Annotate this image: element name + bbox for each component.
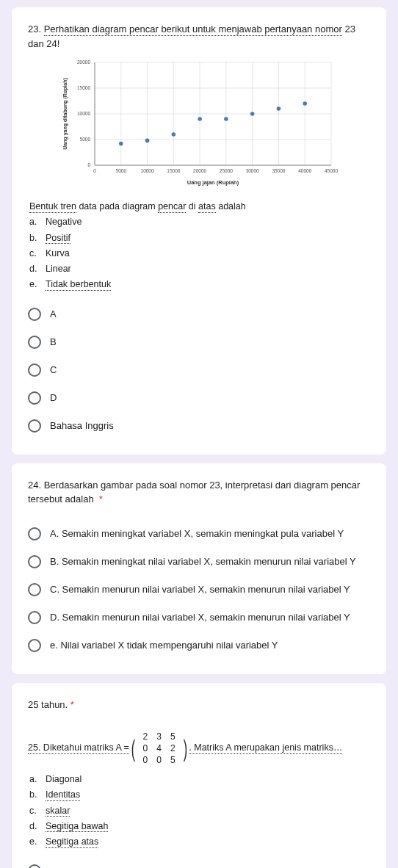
q23-title-dotted: Perhatikan diagram pencar berikut untuk …: [44, 23, 342, 36]
svg-point-37: [250, 112, 255, 116]
answer-item: e.Segitiga atas: [29, 834, 370, 850]
radio-label: C: [50, 364, 57, 375]
svg-point-36: [224, 117, 228, 121]
svg-text:15000: 15000: [77, 85, 90, 90]
radio-icon: [28, 527, 41, 540]
svg-text:45000: 45000: [325, 168, 338, 173]
radio-label: Bahasa Inggris: [50, 420, 114, 431]
svg-text:5000: 5000: [80, 137, 91, 142]
svg-text:35000: 35000: [272, 168, 285, 173]
radio-icon: [28, 336, 41, 349]
radio-option[interactable]: Bahasa Inggris: [28, 412, 370, 440]
answer-item: d.Linear: [29, 261, 370, 277]
radio-icon: [28, 639, 41, 652]
svg-text:20000: 20000: [193, 168, 206, 173]
radio-option[interactable]: A. Semakin meningkat variabel X, semakin…: [28, 520, 370, 548]
radio-option[interactable]: D: [28, 384, 370, 412]
answer-item: c.Kurva: [29, 246, 370, 261]
radio-label: D: [50, 392, 57, 403]
radio-option[interactable]: B. Semakin meningkat nilai variabel X, s…: [28, 548, 370, 576]
radio-label: D. Semakin menurun nilai variabel X, sem…: [50, 612, 350, 623]
matrix-close-paren: ): [183, 737, 187, 760]
radio-option[interactable]: C: [28, 356, 370, 384]
svg-text:10000: 10000: [77, 111, 90, 116]
radio-option[interactable]: D. Semakin menurun nilai variabel X, sem…: [28, 604, 370, 632]
answer-item: b.Identitas: [29, 787, 370, 803]
radio-label: e. Nilai variabel X tidak mempengaruhi n…: [50, 640, 278, 651]
svg-point-34: [172, 132, 176, 137]
q23-title: 23. Perhatikan diagram pencar berikut un…: [28, 22, 370, 51]
matrix-open-paren: (: [131, 737, 135, 760]
svg-text:Uang yang ditabung (Rupiah): Uang yang ditabung (Rupiah): [62, 78, 68, 150]
radio-option[interactable]: A: [28, 857, 370, 868]
radio-icon: [28, 611, 41, 624]
svg-point-38: [277, 106, 281, 111]
q23-num: 23.: [28, 23, 44, 35]
answer-item: b.Positif: [29, 231, 370, 246]
radio-icon: [28, 583, 41, 596]
answer-item: a.Negative: [29, 214, 370, 230]
scatter-chart: 0500010000150002000025000300003500040000…: [59, 57, 339, 189]
svg-text:25000: 25000: [220, 168, 233, 173]
question-25-card: 25 tahun. * 25. Diketahui matriks A = ( …: [12, 683, 386, 869]
svg-text:40000: 40000: [298, 168, 311, 173]
radio-icon: [28, 308, 41, 321]
svg-text:10000: 10000: [141, 168, 154, 173]
q25-heading: 25 tahun. *: [28, 698, 370, 712]
svg-text:30000: 30000: [246, 168, 259, 173]
q24-title: 24. Berdasarkan gambar pada soal nomor 2…: [28, 478, 370, 507]
radio-option[interactable]: C. Semakin menurun nilai variabel X, sem…: [28, 576, 370, 604]
radio-option[interactable]: B: [28, 328, 370, 356]
q25-prompt: 25. Diketahui matriks A = ( 235042005 ) …: [28, 731, 370, 766]
svg-text:0: 0: [87, 162, 90, 167]
radio-icon: [28, 391, 41, 405]
svg-point-33: [145, 139, 150, 143]
svg-text:0: 0: [93, 168, 96, 173]
radio-label: B: [50, 336, 57, 347]
question-24-card: 24. Berdasarkan gambar pada soal nomor 2…: [12, 463, 386, 674]
radio-icon: [28, 555, 41, 568]
required-star: *: [70, 699, 74, 710]
radio-label: A: [50, 308, 57, 319]
svg-text:15000: 15000: [167, 168, 180, 173]
question-23-card: 23. Perhatikan diagram pencar berikut un…: [12, 7, 386, 455]
radio-option[interactable]: A: [28, 300, 370, 328]
svg-point-35: [198, 117, 202, 121]
svg-point-32: [119, 142, 123, 146]
q23-subprompt: Bentuk tren data pada diagram pencar di …: [28, 199, 370, 293]
radio-icon: [28, 364, 41, 377]
answer-item: e.Tidak berbentuk: [29, 277, 370, 292]
radio-label: A. Semakin meningkat variabel X, semakin…: [50, 528, 344, 539]
radio-label: B. Semakin meningkat nilai variabel X, s…: [50, 556, 356, 567]
chart-svg: 0500010000150002000025000300003500040000…: [59, 57, 339, 189]
required-star: *: [99, 493, 103, 504]
answer-item: c.skalar: [29, 803, 370, 819]
matrix-table: 235042005: [139, 731, 180, 766]
svg-text:20000: 20000: [77, 59, 90, 65]
svg-text:5000: 5000: [116, 168, 127, 173]
answer-item: d.Segitiga bawah: [29, 819, 370, 834]
svg-point-39: [303, 101, 307, 106]
radio-option[interactable]: e. Nilai variabel X tidak mempengaruhi n…: [28, 632, 370, 659]
radio-icon: [28, 864, 41, 868]
radio-label: C. Semakin menurun nilai variabel X, sem…: [50, 584, 350, 595]
radio-icon: [28, 419, 41, 433]
answer-item: a.Diagonal: [29, 772, 370, 787]
svg-text:Uang jajan (Rupiah): Uang jajan (Rupiah): [187, 179, 239, 186]
